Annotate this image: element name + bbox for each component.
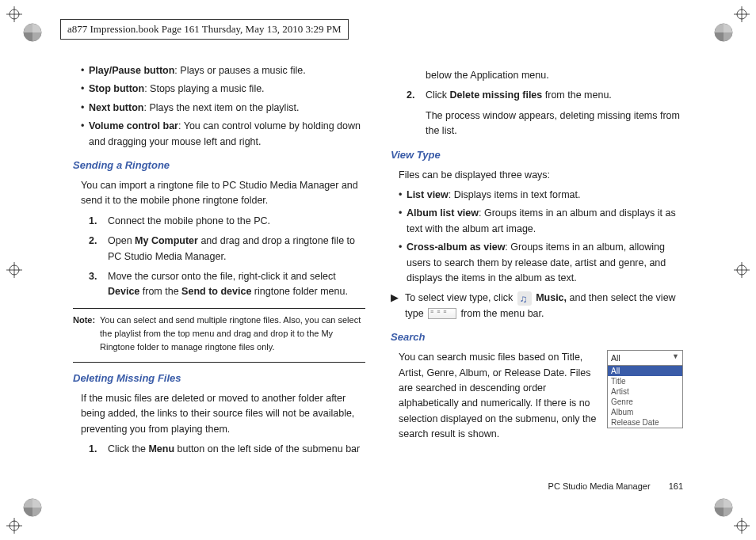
step-item: 3.Move the cursor onto the file, right-c…	[89, 269, 365, 300]
search-option[interactable]: Artist	[608, 386, 682, 397]
color-registration-icon	[22, 497, 43, 518]
step-item: 2.Open My Computer and drag and drop a r…	[89, 234, 365, 264]
subheading-view-type: View Type	[391, 147, 683, 163]
list-item: •Next button: Plays the next item on the…	[73, 101, 365, 116]
page-number: 161	[669, 481, 683, 491]
paragraph: The process window appears, deleting mis…	[426, 108, 683, 139]
crop-mark-icon	[6, 262, 22, 278]
list-item: •Stop button: Stops playing a music file…	[73, 82, 365, 97]
chevron-down-icon: ▼	[672, 352, 679, 364]
crop-mark-icon	[6, 6, 22, 22]
step-item: 1.Click the Menu button on the left side…	[89, 442, 365, 457]
list-item: •Volume control bar: You can control vol…	[73, 119, 365, 150]
list-item: •Cross-album as view: Groups items in an…	[391, 240, 683, 286]
crop-mark-icon	[734, 6, 750, 22]
separator	[73, 362, 365, 363]
list-item: •Play/Pause button: Plays or pauses a mu…	[73, 63, 365, 78]
list-item: •List view: Displays items in text forma…	[391, 188, 683, 203]
crop-mark-icon	[734, 518, 750, 534]
search-dropdown[interactable]: All▼ All Title Artist Genre Album Releas…	[607, 350, 683, 428]
search-option[interactable]: All	[608, 366, 682, 376]
left-column: •Play/Pause button: Plays or pauses a mu…	[73, 63, 365, 492]
search-option[interactable]: Genre	[608, 397, 682, 407]
color-registration-icon	[713, 497, 734, 518]
crop-mark-icon	[734, 262, 750, 278]
subheading-search: Search	[391, 329, 683, 345]
paragraph: If the music files are deleted or moved …	[81, 391, 365, 437]
paragraph: You can import a ringtone file to PC Stu…	[81, 178, 365, 209]
view-type-icon	[428, 308, 456, 319]
color-registration-icon	[713, 22, 734, 43]
page-header-meta: a877 Impression.book Page 161 Thursday, …	[60, 19, 349, 40]
page-footer: PC Studio Media Manager 161	[548, 481, 683, 491]
step-item: 2.Click Delete missing files from the me…	[407, 88, 683, 103]
color-registration-icon	[22, 22, 43, 43]
footer-section: PC Studio Media Manager	[548, 481, 651, 491]
search-option[interactable]: Release Date	[608, 417, 682, 428]
separator	[73, 308, 365, 309]
music-icon	[517, 291, 532, 306]
crop-mark-icon	[6, 518, 22, 534]
page-content: •Play/Pause button: Plays or pauses a mu…	[73, 63, 683, 492]
paragraph: All▼ All Title Artist Genre Album Releas…	[399, 350, 683, 442]
arrow-icon: ▶	[391, 291, 405, 321]
search-option[interactable]: Album	[608, 407, 682, 417]
paragraph: below the Application menu.	[426, 68, 683, 83]
search-option[interactable]: Title	[608, 376, 682, 386]
list-item: •Album list view: Groups items in an alb…	[391, 206, 683, 237]
subheading-deleting-files: Deleting Missing Files	[73, 371, 365, 386]
search-selected: All	[611, 352, 620, 364]
step-item: 1.Connect the mobile phone to the PC.	[89, 214, 365, 229]
paragraph: Files can be displayed three ways:	[399, 168, 683, 183]
subheading-sending-ringtone: Sending a Ringtone	[73, 158, 365, 173]
right-column: below the Application menu. 2.Click Dele…	[391, 63, 683, 492]
note: Note:You can select and send multiple ri…	[73, 314, 365, 354]
step-item: ▶ To select view type, click Music, and …	[391, 291, 683, 321]
